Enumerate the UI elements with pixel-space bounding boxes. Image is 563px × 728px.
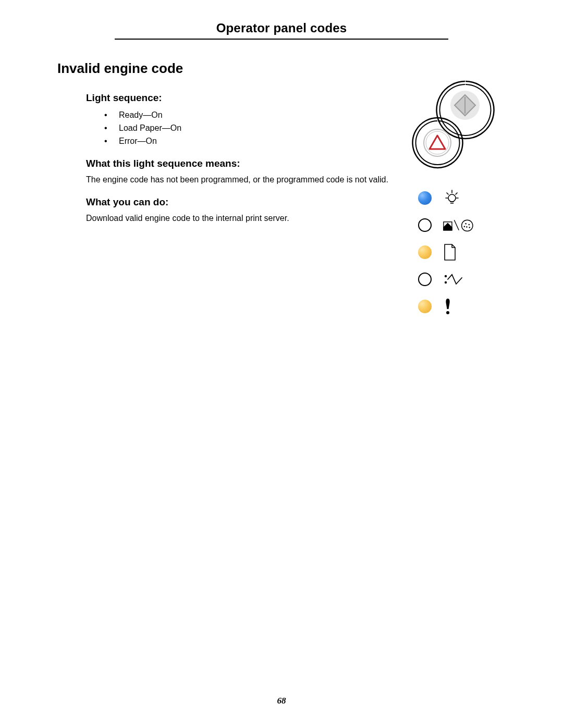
svg-point-4	[448, 194, 456, 202]
page-number: 68	[0, 696, 563, 706]
light-paper-jam-row	[401, 266, 506, 293]
svg-point-17	[469, 227, 470, 228]
svg-point-13	[462, 220, 473, 231]
go-button[interactable]	[450, 91, 480, 120]
paper-icon	[443, 243, 476, 262]
light-sequence-heading: Light sequence:	[86, 92, 391, 104]
means-body: The engine code has not been programmed,…	[86, 174, 391, 186]
light-ready-row	[401, 184, 506, 212]
svg-point-16	[466, 226, 467, 227]
content-row: Invalid engine code Light sequence: Read…	[57, 60, 506, 320]
error-icon	[443, 297, 476, 316]
svg-point-20	[445, 281, 447, 283]
light-ready	[418, 191, 432, 205]
cancel-button[interactable]	[424, 129, 451, 156]
header-rule	[115, 39, 448, 40]
operator-panel	[401, 60, 506, 320]
section-title: Invalid engine code	[57, 60, 391, 77]
svg-line-12	[454, 220, 459, 230]
light-load-paper	[418, 245, 432, 259]
lightbulb-icon	[443, 189, 476, 207]
svg-point-2	[424, 129, 451, 156]
svg-point-19	[445, 275, 447, 277]
light-toner	[418, 218, 432, 232]
light-sequence-item: Error—On	[104, 135, 391, 148]
light-sequence-item: Ready—On	[104, 109, 391, 122]
do-body: Download valid engine code to the intern…	[86, 212, 391, 225]
svg-point-14	[465, 223, 466, 224]
light-paper-jam	[418, 273, 432, 286]
svg-line-8	[447, 193, 448, 194]
light-load-paper-row	[401, 239, 506, 266]
light-toner-row	[401, 212, 506, 239]
svg-point-21	[446, 311, 449, 314]
light-sequence-list: Ready—On Load Paper—On Error—On	[104, 109, 391, 147]
panel-buttons-svg	[401, 60, 506, 175]
light-sequence-item: Load Paper—On	[104, 122, 391, 135]
page-header: Operator panel codes	[57, 21, 506, 35]
do-heading: What you can do:	[86, 196, 391, 208]
svg-rect-11	[444, 227, 452, 230]
light-error	[418, 300, 432, 313]
manual-page: Operator panel codes Invalid engine code…	[0, 0, 563, 728]
svg-point-18	[464, 226, 465, 227]
means-heading: What this light sequence means:	[86, 158, 391, 169]
light-error-row	[401, 293, 506, 320]
svg-line-9	[456, 193, 457, 194]
text-column: Invalid engine code Light sequence: Read…	[57, 60, 401, 232]
toner-icon	[443, 216, 476, 235]
panel-lights	[401, 184, 506, 320]
svg-point-15	[469, 224, 470, 225]
paper-jam-icon	[443, 270, 476, 289]
